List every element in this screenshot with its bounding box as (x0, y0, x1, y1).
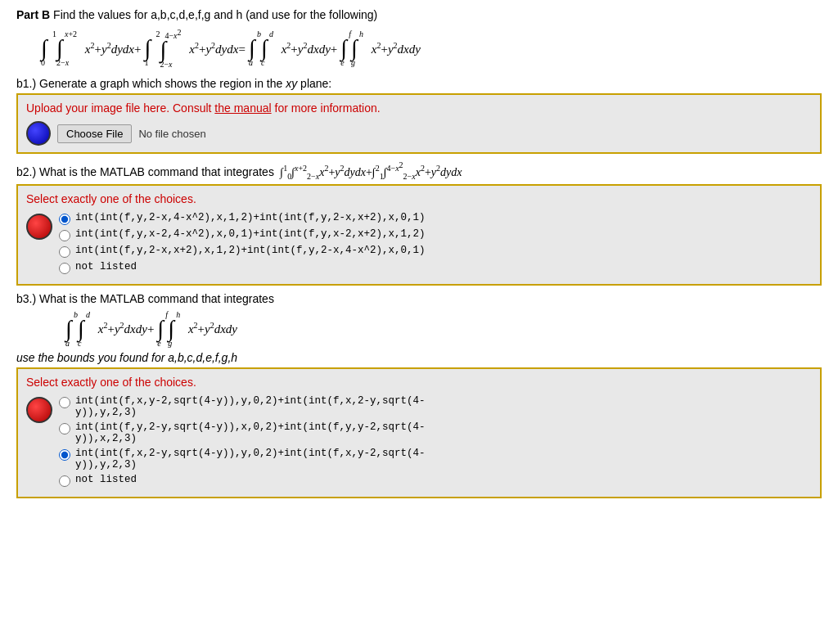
b2-radio-2[interactable] (59, 230, 70, 241)
b3-option-4[interactable]: not listed (59, 474, 812, 487)
b3-radio-2[interactable] (59, 423, 70, 435)
b2-option-2[interactable]: int(int(f,y,x-2,4-x^2),x,0,1)+int(int(f,… (59, 228, 812, 241)
b2-option-4[interactable]: not listed (59, 261, 812, 274)
b3-answer-box: Select exactly one of the choices. int(i… (16, 367, 822, 498)
b1-xy: xy (286, 77, 297, 90)
b3-options: int(int(f,x,y-2,sqrt(4-y)),y,0,2)+int(in… (59, 395, 812, 490)
b3-options-list: int(int(f,x,y-2,sqrt(4-y)),y,0,2)+int(in… (59, 395, 812, 487)
b3-question: b3.) What is the MATLAB command that int… (16, 292, 822, 305)
b2-options: int(int(f,y,2-x,4-x^2),x,1,2)+int(int(f,… (59, 212, 812, 277)
b2-question: b2.) What is the MATLAB command that int… (16, 160, 822, 181)
part-b-bold: Part B (16, 8, 50, 21)
b2-option-3[interactable]: int(int(f,y,2-x,x+2),x,1,2)+int(int(f,y,… (59, 245, 812, 258)
b2-red-circle (26, 214, 52, 240)
b2-option-1[interactable]: int(int(f,y,2-x,4-x^2),x,1,2)+int(int(f,… (59, 212, 812, 225)
blue-circle-icon (26, 121, 51, 146)
b2-label: b2.) What is the MATLAB command that int… (16, 165, 274, 178)
b2-options-list: int(int(f,y,2-x,4-x^2),x,1,2)+int(int(f,… (59, 212, 812, 274)
b3-radio-1[interactable] (59, 397, 70, 408)
top-math-formula: 1 ∫ 0 x+2 ∫ 2−x x2+y2dydx+ 2 ∫ 1 4−x2 ∫ … (41, 28, 822, 69)
b3-red-circle (26, 397, 52, 423)
b3-select-text: Select exactly one of the choices. (26, 376, 812, 389)
b3-math-formula: b ∫ a d ∫ c x2+y2dxdy+ f ∫ e h ∫ g x2+y2… (65, 310, 822, 348)
upload-instruction: Upload your image file here. Consult the… (26, 101, 812, 115)
b3-option-1[interactable]: int(int(f,x,y-2,sqrt(4-y)),y,0,2)+int(in… (59, 395, 812, 418)
choose-file-button[interactable]: Choose File (57, 124, 132, 143)
b2-radio-4[interactable] (59, 263, 70, 274)
part-b-text: Find the values for a,b,c,d,e,f,g and h … (50, 8, 377, 21)
part-b-title: Part B Find the values for a,b,c,d,e,f,g… (16, 8, 822, 21)
b1-label: b1.) Generate a graph which shows the re… (16, 77, 286, 90)
b1-label-end: plane: (297, 77, 331, 90)
b3-option-3[interactable]: int(int(f,x,2-y,sqrt(4-y)),y,0,2)+int(in… (59, 448, 812, 471)
b2-radio-1[interactable] (59, 214, 70, 225)
upload-text: Upload your image file here. Consult (26, 101, 214, 115)
b2-q-row: int(int(f,y,2-x,4-x^2),x,1,2)+int(int(f,… (26, 212, 812, 277)
b3-italic-note: use the bounds you found for a,b,c,d,e,f… (16, 351, 822, 364)
b3-q-row: int(int(f,x,y-2,sqrt(4-y)),y,0,2)+int(in… (26, 395, 812, 490)
manual-link[interactable]: the manual (214, 101, 271, 115)
b3-radio-4[interactable] (59, 475, 70, 487)
b1-answer-box: Upload your image file here. Consult the… (16, 93, 822, 154)
b2-radio-3[interactable] (59, 246, 70, 258)
b2-select-text: Select exactly one of the choices. (26, 192, 812, 205)
b1-question: b1.) Generate a graph which shows the re… (16, 77, 822, 90)
b2-answer-box: Select exactly one of the choices. int(i… (16, 184, 822, 286)
b3-option-2[interactable]: int(int(f,y,2-y,sqrt(4-y)),x,0,2)+int(in… (59, 421, 812, 444)
b3-radio-3[interactable] (59, 449, 70, 461)
b3-label: b3.) What is the MATLAB command that int… (16, 292, 274, 305)
file-upload-row: Choose File No file chosen (26, 121, 812, 146)
upload-end: for more information. (272, 101, 381, 115)
no-file-label: No file chosen (138, 128, 205, 140)
